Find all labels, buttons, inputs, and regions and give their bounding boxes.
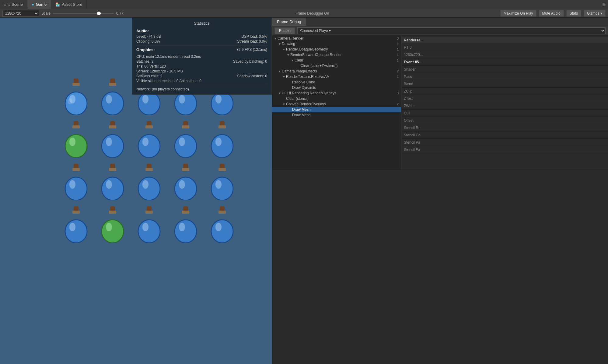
svg-point-20 (179, 95, 185, 103)
blue-potion-icon (61, 79, 91, 115)
asset-store-label: Asset Store (62, 2, 82, 7)
statistics-panel: Statistics Audio: Level: -74.8 dB DSP lo… (132, 18, 272, 95)
toggle-icon (296, 64, 301, 68)
tree-item-draw-dynamic[interactable]: Draw Dynamic (272, 85, 401, 90)
resolution-select[interactable]: 1280x720 (2, 10, 39, 17)
maximize-on-play-btn[interactable]: Maximize On Play (500, 10, 536, 17)
list-item (207, 164, 237, 200)
svg-point-95 (179, 223, 185, 231)
tree-item-canvas-render[interactable]: ▼ Canvas.RenderOverlays 2 (272, 101, 401, 107)
tree-item-label: Camera.Render (278, 36, 303, 40)
list-item (134, 164, 164, 200)
tree-item-resolve-color[interactable]: Resolve Color (272, 79, 401, 85)
stats-btn[interactable]: Stats (566, 10, 581, 17)
scene-tab[interactable]: # # Scene (0, 0, 27, 9)
stats-skinned: Visible skinned meshes: 0 Animations: 0 (136, 79, 201, 83)
blue-potion-icon (97, 121, 128, 158)
props-cull-row: Cull (401, 110, 608, 117)
tree-item-ugui-rendering[interactable]: ▼ UGUI.Rendering.RenderOverlays 3 (272, 90, 401, 96)
tree-item-clear-color-z-stencil[interactable]: Clear (color+Z+stencil) (272, 63, 401, 68)
frame-debug-content: ▼ Camera.Render 3 ▼ Drawing 1 ▼ Render.O… (272, 36, 608, 170)
frame-debug-toolbar: Enable Connected Playe ▾ (272, 26, 608, 36)
tree-item-render-forward[interactable]: ▼ RenderForwardOpaque.Render 1 (272, 52, 401, 58)
tree-item-camera-image-effects[interactable]: ▼ Camera.ImageEffects 2 (272, 68, 401, 74)
tree-item-draw-mesh-2[interactable]: Draw Mesh (272, 112, 401, 118)
stats-clipping: Clipping: 0.0% (136, 39, 160, 44)
right-panel: Frame Debug Enable Connected Playe ▾ ▼ C… (272, 18, 608, 364)
game-tab[interactable]: ● Game (27, 0, 51, 9)
stats-fps: 82.9 FPS (12.1ms) (236, 47, 267, 53)
props-stencil-comp-row: Stencil Co (401, 131, 608, 139)
stats-level-row: Level: -74.8 dB DSP load: 0.5% (136, 34, 267, 39)
svg-rect-48 (218, 125, 226, 128)
toggle-icon: ▼ (278, 70, 282, 73)
tab-bar: # # Scene ● Game 🏪 Asset Store ≡ (0, 0, 608, 9)
list-item (170, 121, 201, 158)
props-event-label: Event #5... (404, 60, 431, 64)
potions-grid (61, 79, 240, 246)
tree-item-clear-stencil[interactable]: Clear (stencil) (272, 96, 401, 101)
tree-item-render-texture-resolve[interactable]: ▼ RenderTexture.ResolveAA 1 (272, 74, 401, 79)
tree-item-label: Draw Mesh (292, 113, 311, 117)
blue-potion-icon (170, 164, 201, 200)
enable-btn[interactable]: Enable (274, 27, 295, 34)
tree-item-render-opaque[interactable]: ▼ Render.OpaqueGeometry 1 (272, 47, 401, 52)
green-potion-icon (97, 206, 128, 243)
main-area: Statistics Audio: Level: -74.8 dB DSP lo… (0, 18, 608, 364)
connected-players-select[interactable]: Connected Playe ▾ (297, 27, 606, 34)
svg-point-75 (215, 180, 222, 189)
stats-clipping-row: Clipping: 0.0% Stream load: 0.0% (136, 39, 267, 44)
properties-panel: RenderTa... RT 0 1280x720... Event #5...… (401, 36, 608, 170)
list-item (61, 79, 91, 115)
list-item (97, 79, 128, 115)
svg-rect-28 (72, 125, 80, 128)
svg-rect-33 (109, 125, 116, 128)
asset-store-icon: 🏪 (55, 2, 60, 7)
blue-potion-icon (97, 164, 128, 200)
stats-audio-label: Audio: (136, 29, 267, 33)
toggle-icon: ▼ (278, 92, 282, 95)
tree-item-drawing[interactable]: ▼ Drawing 1 (272, 41, 401, 47)
tab-bar-menu-icon[interactable]: ≡ (602, 1, 608, 8)
toggle-icon: ▼ (282, 103, 286, 106)
tree-item-count: 3 (397, 37, 401, 40)
toggle-icon (282, 97, 286, 100)
blue-potion-icon (97, 79, 128, 115)
scale-slider[interactable] (53, 13, 114, 14)
svg-rect-1 (72, 83, 80, 86)
stats-graphics-row: Graphics: 82.9 FPS (12.1ms) (136, 47, 267, 53)
toggle-icon (288, 86, 292, 89)
gizmos-btn[interactable]: Gizmos ▾ (584, 10, 606, 17)
svg-point-100 (215, 223, 222, 231)
game-tab-label: Game (36, 2, 47, 7)
frame-debug-tab[interactable]: Frame Debug (272, 18, 306, 26)
toggle-icon (288, 81, 292, 84)
game-view: Statistics Audio: Level: -74.8 dB DSP lo… (0, 18, 272, 364)
blue-potion-icon (170, 121, 201, 158)
props-blend-label: Blend (404, 82, 431, 86)
tree-item-label: Render.OpaqueGeometry (286, 47, 328, 51)
props-pass-label: Pass (404, 75, 431, 79)
props-blend-row: Blend (401, 80, 608, 88)
stats-stream: Stream load: 0.0% (237, 39, 267, 44)
svg-point-10 (106, 95, 112, 103)
toolbar: 1280x720 Scale 0.77: Frame Debugger On M… (0, 9, 608, 18)
svg-point-30 (69, 138, 75, 146)
asset-store-tab[interactable]: 🏪 Asset Store (51, 0, 87, 9)
list-item (207, 121, 237, 158)
tree-item-camera-render[interactable]: ▼ Camera.Render 3 (272, 36, 401, 41)
svg-rect-73 (218, 168, 226, 171)
blue-potion-icon (134, 206, 164, 243)
svg-rect-43 (182, 125, 189, 128)
stats-screen: Screen: 1280x720 - 10.5 MB (136, 69, 183, 73)
tree-item-clear[interactable]: ▼ Clear 1 (272, 58, 401, 63)
svg-point-55 (69, 180, 75, 189)
tree-item-draw-mesh-1[interactable]: Draw Mesh (272, 107, 401, 112)
mute-audio-btn[interactable]: Mute Audio (539, 10, 564, 17)
svg-point-15 (142, 95, 149, 103)
tree-item-count: 1 (397, 58, 401, 62)
list-item (134, 121, 164, 158)
tree-item-label: Clear (color+Z+stencil) (301, 64, 337, 68)
scale-slider-container (53, 13, 114, 14)
tree-item-label: Draw Mesh (292, 107, 311, 112)
